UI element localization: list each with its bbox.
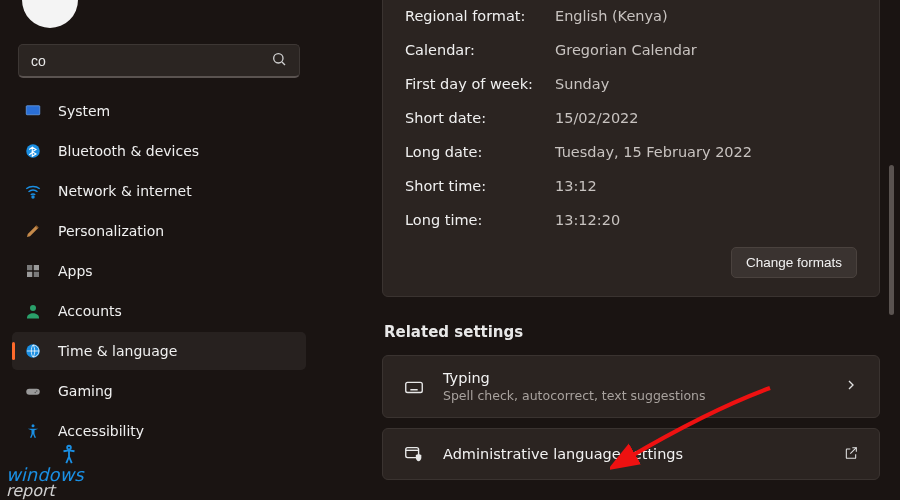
sidebar-item-label: Accessibility [58,423,144,439]
svg-rect-2 [26,106,40,115]
sidebar-item-label: Time & language [58,343,177,359]
sidebar-item-label: Network & internet [58,183,192,199]
window-shield-icon [403,443,425,465]
kv-row: Calendar:Gregorian Calendar [405,33,857,67]
sidebar-item-label: Accounts [58,303,122,319]
typing-settings-row[interactable]: Typing Spell check, autocorrect, text su… [382,355,880,418]
sidebar-nav: System Bluetooth & devices Network & int… [12,92,306,450]
regional-format-card: Regional format:English (Kenya) Calendar… [382,0,880,297]
sidebar-item-label: Gaming [58,383,113,399]
sidebar-item-network[interactable]: Network & internet [12,172,306,210]
wifi-icon [24,182,42,200]
svg-rect-6 [27,265,32,270]
system-icon [24,102,42,120]
svg-rect-8 [27,272,32,277]
kv-row: First day of week:Sunday [405,67,857,101]
svg-point-10 [30,305,36,311]
watermark: windows report [6,467,84,498]
svg-point-15 [32,424,35,427]
svg-rect-9 [34,272,39,277]
change-formats-button[interactable]: Change formats [731,247,857,278]
svg-rect-12 [26,389,40,395]
accessibility-icon [24,422,42,440]
sidebar-item-personalization[interactable]: Personalization [12,212,306,250]
chevron-right-icon [843,377,859,396]
svg-point-13 [36,390,38,392]
svg-rect-7 [34,265,39,270]
sidebar-item-gaming[interactable]: Gaming [12,372,306,410]
setting-title: Administrative language settings [443,446,825,462]
keyboard-icon [403,376,425,398]
sidebar-item-bluetooth[interactable]: Bluetooth & devices [12,132,306,170]
kv-row: Short date:15/02/2022 [405,101,857,135]
open-external-icon [843,445,859,464]
setting-title: Typing [443,370,825,386]
related-settings-heading: Related settings [384,323,880,341]
sidebar-item-system[interactable]: System [12,92,306,130]
sidebar-item-label: Bluetooth & devices [58,143,199,159]
kv-row: Regional format:English (Kenya) [405,0,857,33]
gamepad-icon [24,382,42,400]
paintbrush-icon [24,222,42,240]
svg-point-18 [67,446,71,450]
kv-row: Short time:13:12 [405,169,857,203]
svg-point-0 [274,54,283,63]
user-avatar[interactable] [22,0,78,28]
sidebar-item-accounts[interactable]: Accounts [12,292,306,330]
svg-point-14 [35,392,37,394]
admin-language-settings-row[interactable]: Administrative language settings [382,428,880,480]
sidebar-item-accessibility[interactable]: Accessibility [12,412,306,450]
sidebar-item-label: System [58,103,110,119]
svg-line-1 [282,62,285,65]
search-input[interactable] [31,53,271,69]
kv-row: Long time:13:12:20 [405,203,857,237]
sidebar-item-apps[interactable]: Apps [12,252,306,290]
clock-globe-icon [24,342,42,360]
search-box[interactable] [18,44,300,78]
sidebar-item-label: Personalization [58,223,164,239]
scrollbar[interactable] [889,0,894,500]
search-icon [271,51,287,70]
apps-icon [24,262,42,280]
person-icon [24,302,42,320]
bluetooth-icon [24,142,42,160]
svg-point-5 [32,196,34,198]
svg-rect-16 [406,382,423,392]
setting-subtitle: Spell check, autocorrect, text suggestio… [443,388,825,403]
sidebar-item-time-language[interactable]: Time & language [12,332,306,370]
sidebar-item-label: Apps [58,263,93,279]
kv-row: Long date:Tuesday, 15 February 2022 [405,135,857,169]
